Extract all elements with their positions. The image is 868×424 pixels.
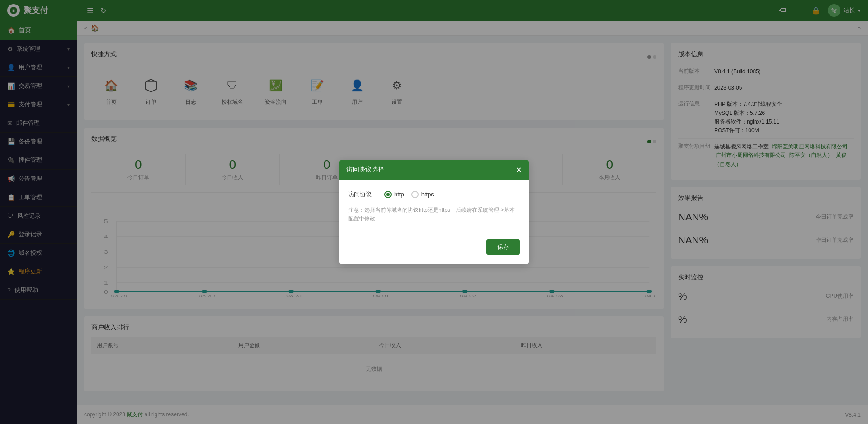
protocol-radio-group: http https (384, 191, 434, 198)
modal-overlay[interactable]: 访问协议选择 ✕ 访问协议 http https (0, 0, 868, 424)
modal-title: 访问协议选择 (346, 166, 384, 174)
modal-protocol-field: http https (384, 191, 520, 198)
modal-header: 访问协议选择 ✕ (339, 160, 529, 180)
modal-note: 注意：选择当前你域名的协议http还是https，后续请在系统管理->基本配置中… (348, 206, 520, 223)
modal-body: 访问协议 http https 注意：选择当前你域名的协议http还是ht (339, 180, 529, 234)
modal-protocol-label: 访问协议 (348, 191, 384, 199)
radio-http-circle (384, 191, 392, 198)
modal-close-button[interactable]: ✕ (516, 166, 522, 174)
radio-https-circle (411, 191, 419, 198)
radio-http[interactable]: http (384, 191, 404, 198)
protocol-modal: 访问协议选择 ✕ 访问协议 http https (339, 160, 529, 264)
radio-https-label: https (421, 191, 434, 198)
radio-https[interactable]: https (411, 191, 434, 198)
modal-footer: 保存 (339, 234, 529, 264)
modal-save-button[interactable]: 保存 (486, 239, 520, 255)
modal-protocol-row: 访问协议 http https (348, 191, 520, 199)
radio-http-label: http (394, 191, 404, 198)
